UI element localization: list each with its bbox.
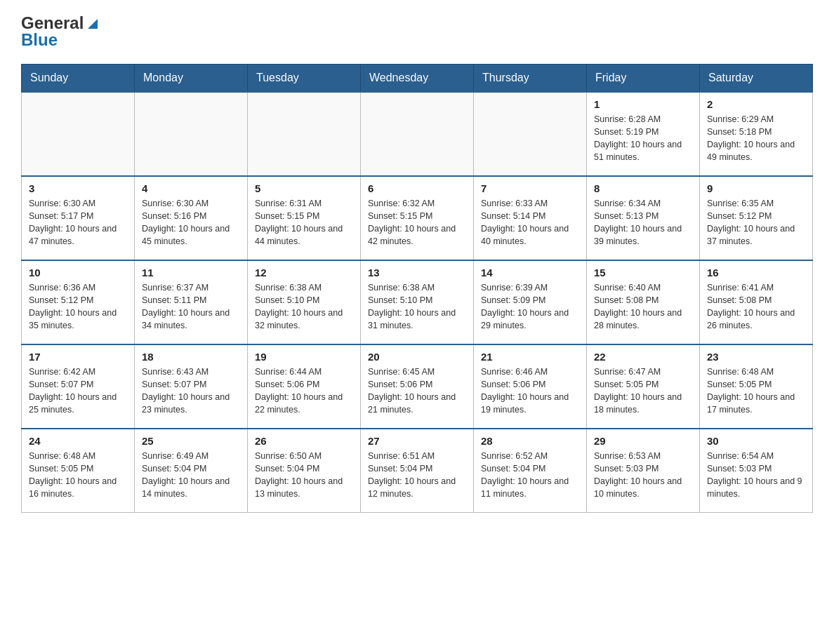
calendar-cell: 4Sunrise: 6:30 AMSunset: 5:16 PMDaylight… <box>135 176 248 260</box>
calendar-cell <box>248 92 361 176</box>
day-info: Sunrise: 6:50 AMSunset: 5:04 PMDaylight:… <box>255 450 353 501</box>
day-info: Sunrise: 6:51 AMSunset: 5:04 PMDaylight:… <box>368 450 466 501</box>
day-number: 14 <box>481 267 579 279</box>
calendar-table: SundayMondayTuesdayWednesdayThursdayFrid… <box>21 64 813 514</box>
day-number: 11 <box>142 267 240 279</box>
calendar-row-3: 10Sunrise: 6:36 AMSunset: 5:12 PMDayligh… <box>22 260 813 344</box>
day-number: 30 <box>707 435 805 447</box>
day-info: Sunrise: 6:40 AMSunset: 5:08 PMDaylight:… <box>594 281 692 333</box>
day-number: 15 <box>594 267 692 279</box>
day-number: 21 <box>481 351 579 363</box>
logo-triangle-icon <box>85 16 100 32</box>
calendar-cell: 18Sunrise: 6:43 AMSunset: 5:07 PMDayligh… <box>135 344 248 429</box>
logo-text: General Blue <box>21 14 100 50</box>
day-info: Sunrise: 6:30 AMSunset: 5:16 PMDaylight:… <box>142 197 240 248</box>
day-number: 19 <box>255 351 353 363</box>
day-number: 5 <box>255 182 353 194</box>
day-info: Sunrise: 6:48 AMSunset: 5:05 PMDaylight:… <box>707 365 805 417</box>
day-number: 2 <box>707 98 805 110</box>
day-number: 6 <box>368 182 466 194</box>
calendar-cell: 16Sunrise: 6:41 AMSunset: 5:08 PMDayligh… <box>700 260 813 344</box>
day-info: Sunrise: 6:38 AMSunset: 5:10 PMDaylight:… <box>368 281 466 333</box>
day-number: 9 <box>707 182 805 194</box>
col-header-monday: Monday <box>135 64 248 92</box>
day-info: Sunrise: 6:32 AMSunset: 5:15 PMDaylight:… <box>368 197 466 248</box>
calendar-cell: 9Sunrise: 6:35 AMSunset: 5:12 PMDaylight… <box>700 176 813 260</box>
calendar-cell: 10Sunrise: 6:36 AMSunset: 5:12 PMDayligh… <box>22 260 135 344</box>
calendar-row-1: 1Sunrise: 6:28 AMSunset: 5:19 PMDaylight… <box>22 92 813 176</box>
day-info: Sunrise: 6:37 AMSunset: 5:11 PMDaylight:… <box>142 281 240 333</box>
calendar-cell <box>135 92 248 176</box>
day-info: Sunrise: 6:36 AMSunset: 5:12 PMDaylight:… <box>29 281 127 333</box>
day-number: 8 <box>594 182 692 194</box>
day-info: Sunrise: 6:49 AMSunset: 5:04 PMDaylight:… <box>142 450 240 501</box>
calendar-cell <box>474 92 587 176</box>
day-info: Sunrise: 6:48 AMSunset: 5:05 PMDaylight:… <box>29 450 127 501</box>
logo-blue-text: Blue <box>21 31 100 49</box>
calendar-cell: 11Sunrise: 6:37 AMSunset: 5:11 PMDayligh… <box>135 260 248 344</box>
day-info: Sunrise: 6:52 AMSunset: 5:04 PMDaylight:… <box>481 450 579 501</box>
calendar-cell <box>361 92 474 176</box>
calendar-cell: 1Sunrise: 6:28 AMSunset: 5:19 PMDaylight… <box>587 92 700 176</box>
day-info: Sunrise: 6:47 AMSunset: 5:05 PMDaylight:… <box>594 365 692 417</box>
day-number: 12 <box>255 267 353 279</box>
day-number: 25 <box>142 435 240 447</box>
day-info: Sunrise: 6:53 AMSunset: 5:03 PMDaylight:… <box>594 450 692 501</box>
logo: General Blue <box>21 14 100 50</box>
day-number: 17 <box>29 351 127 363</box>
day-number: 4 <box>142 182 240 194</box>
page-header: General Blue <box>21 14 813 50</box>
day-info: Sunrise: 6:35 AMSunset: 5:12 PMDaylight:… <box>707 197 805 248</box>
day-info: Sunrise: 6:28 AMSunset: 5:19 PMDaylight:… <box>594 113 692 164</box>
day-number: 1 <box>594 98 692 110</box>
day-info: Sunrise: 6:54 AMSunset: 5:03 PMDaylight:… <box>707 450 805 501</box>
calendar-cell: 2Sunrise: 6:29 AMSunset: 5:18 PMDaylight… <box>700 92 813 176</box>
calendar-cell: 28Sunrise: 6:52 AMSunset: 5:04 PMDayligh… <box>474 429 587 513</box>
calendar-cell: 21Sunrise: 6:46 AMSunset: 5:06 PMDayligh… <box>474 344 587 429</box>
calendar-cell: 8Sunrise: 6:34 AMSunset: 5:13 PMDaylight… <box>587 176 700 260</box>
calendar-cell: 30Sunrise: 6:54 AMSunset: 5:03 PMDayligh… <box>700 429 813 513</box>
svg-marker-0 <box>88 19 98 29</box>
calendar-cell: 14Sunrise: 6:39 AMSunset: 5:09 PMDayligh… <box>474 260 587 344</box>
day-info: Sunrise: 6:30 AMSunset: 5:17 PMDaylight:… <box>29 197 127 248</box>
calendar-cell: 29Sunrise: 6:53 AMSunset: 5:03 PMDayligh… <box>587 429 700 513</box>
col-header-thursday: Thursday <box>474 64 587 92</box>
calendar-cell: 26Sunrise: 6:50 AMSunset: 5:04 PMDayligh… <box>248 429 361 513</box>
col-header-friday: Friday <box>587 64 700 92</box>
calendar-cell: 19Sunrise: 6:44 AMSunset: 5:06 PMDayligh… <box>248 344 361 429</box>
calendar-row-5: 24Sunrise: 6:48 AMSunset: 5:05 PMDayligh… <box>22 429 813 513</box>
col-header-sunday: Sunday <box>22 64 135 92</box>
day-info: Sunrise: 6:31 AMSunset: 5:15 PMDaylight:… <box>255 197 353 248</box>
day-info: Sunrise: 6:29 AMSunset: 5:18 PMDaylight:… <box>707 113 805 164</box>
col-header-tuesday: Tuesday <box>248 64 361 92</box>
day-number: 7 <box>481 182 579 194</box>
col-header-wednesday: Wednesday <box>361 64 474 92</box>
day-info: Sunrise: 6:44 AMSunset: 5:06 PMDaylight:… <box>255 365 353 417</box>
day-number: 27 <box>368 435 466 447</box>
calendar-cell: 6Sunrise: 6:32 AMSunset: 5:15 PMDaylight… <box>361 176 474 260</box>
day-number: 13 <box>368 267 466 279</box>
day-number: 10 <box>29 267 127 279</box>
day-number: 29 <box>594 435 692 447</box>
calendar-cell: 13Sunrise: 6:38 AMSunset: 5:10 PMDayligh… <box>361 260 474 344</box>
calendar-cell: 3Sunrise: 6:30 AMSunset: 5:17 PMDaylight… <box>22 176 135 260</box>
day-number: 26 <box>255 435 353 447</box>
day-info: Sunrise: 6:42 AMSunset: 5:07 PMDaylight:… <box>29 365 127 417</box>
day-info: Sunrise: 6:33 AMSunset: 5:14 PMDaylight:… <box>481 197 579 248</box>
calendar-row-4: 17Sunrise: 6:42 AMSunset: 5:07 PMDayligh… <box>22 344 813 429</box>
day-number: 24 <box>29 435 127 447</box>
col-header-saturday: Saturday <box>700 64 813 92</box>
calendar-row-2: 3Sunrise: 6:30 AMSunset: 5:17 PMDaylight… <box>22 176 813 260</box>
calendar-cell: 5Sunrise: 6:31 AMSunset: 5:15 PMDaylight… <box>248 176 361 260</box>
calendar-cell: 23Sunrise: 6:48 AMSunset: 5:05 PMDayligh… <box>700 344 813 429</box>
day-info: Sunrise: 6:34 AMSunset: 5:13 PMDaylight:… <box>594 197 692 248</box>
day-number: 20 <box>368 351 466 363</box>
day-info: Sunrise: 6:38 AMSunset: 5:10 PMDaylight:… <box>255 281 353 333</box>
calendar-cell: 17Sunrise: 6:42 AMSunset: 5:07 PMDayligh… <box>22 344 135 429</box>
calendar-cell: 15Sunrise: 6:40 AMSunset: 5:08 PMDayligh… <box>587 260 700 344</box>
calendar-cell: 27Sunrise: 6:51 AMSunset: 5:04 PMDayligh… <box>361 429 474 513</box>
calendar-cell: 24Sunrise: 6:48 AMSunset: 5:05 PMDayligh… <box>22 429 135 513</box>
calendar-cell <box>22 92 135 176</box>
day-info: Sunrise: 6:41 AMSunset: 5:08 PMDaylight:… <box>707 281 805 333</box>
day-info: Sunrise: 6:39 AMSunset: 5:09 PMDaylight:… <box>481 281 579 333</box>
